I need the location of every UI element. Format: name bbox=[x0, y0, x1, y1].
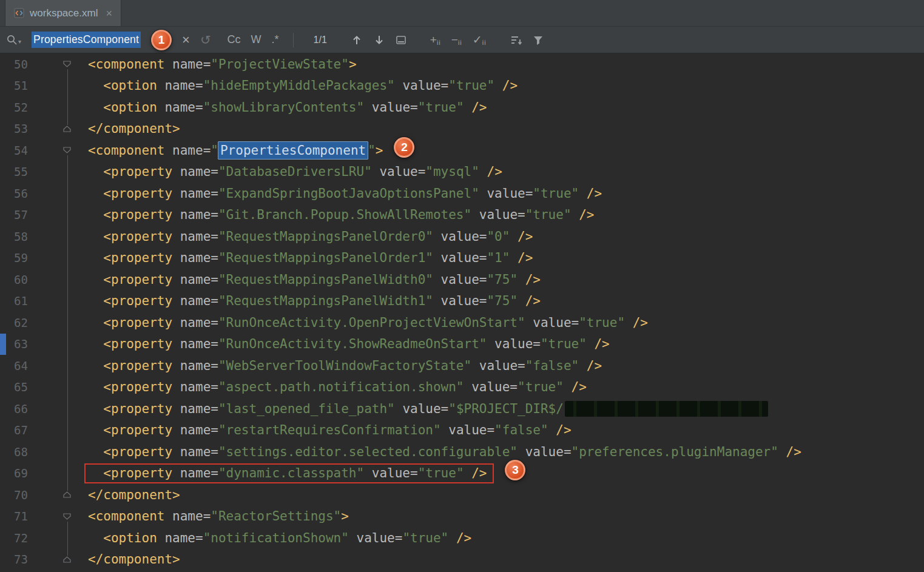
code-token: value= bbox=[433, 251, 487, 265]
code-line[interactable]: 73</component> bbox=[0, 549, 924, 571]
code-token: /> bbox=[479, 164, 502, 179]
code-token: "ExpandSpringBootJavaOptionsPanel" bbox=[218, 186, 479, 201]
code-token: <property bbox=[88, 380, 172, 394]
code-line[interactable]: 68 <property name="settings.editor.selec… bbox=[0, 441, 924, 463]
code-line[interactable]: 69 <property name="dynamic.classpath" va… bbox=[0, 463, 924, 485]
code-line[interactable]: 52 <option name="showLibraryContents" va… bbox=[0, 96, 924, 118]
code-token: /> bbox=[494, 78, 518, 93]
code-line[interactable]: 65 <property name="aspect.path.notificat… bbox=[0, 377, 924, 399]
previous-match-icon[interactable] bbox=[351, 34, 363, 46]
code-line[interactable]: 63 <property name="RunOnceActivity.ShowR… bbox=[0, 334, 924, 355]
code-text: <property name="RunOnceActivity.ShowRead… bbox=[78, 337, 610, 351]
code-token: "notificationShown" bbox=[203, 531, 349, 545]
code-token: name= bbox=[172, 207, 218, 222]
code-text: <property name="RunOnceActivity.OpenProj… bbox=[78, 315, 648, 330]
code-token: /> bbox=[579, 186, 602, 201]
code-token: /> bbox=[464, 466, 487, 480]
code-line[interactable]: 50<component name="ProjectViewState"> bbox=[0, 53, 924, 75]
gutter: 63 bbox=[0, 334, 78, 355]
redacted-text bbox=[565, 401, 768, 417]
code-token: /> bbox=[778, 445, 801, 459]
line-number: 53 bbox=[0, 122, 28, 135]
gutter: 50 bbox=[0, 53, 78, 75]
code-line[interactable]: 54<component name="PropertiesComponent">… bbox=[0, 140, 924, 161]
code-text: <property name="settings.editor.selected… bbox=[78, 445, 801, 459]
code-line[interactable]: 51 <option name="hideEmptyMiddlePackages… bbox=[0, 75, 924, 97]
search-history-icon[interactable]: ↺ bbox=[200, 33, 211, 46]
fold-end-marker-icon[interactable] bbox=[28, 491, 78, 498]
xml-file-icon bbox=[14, 8, 24, 18]
code-token: "Git.Branch.Popup.ShowAllRemotes" bbox=[218, 207, 471, 222]
code-token: value= bbox=[479, 186, 533, 201]
line-number: 67 bbox=[0, 423, 28, 437]
line-number: 52 bbox=[0, 101, 28, 114]
fold-end-marker-icon[interactable] bbox=[28, 126, 78, 132]
search-icon[interactable]: ▾ bbox=[6, 34, 21, 45]
clear-search-icon[interactable]: × bbox=[182, 33, 190, 47]
line-number: 72 bbox=[0, 531, 28, 545]
tab-workspace-xml[interactable]: workspace.xml × bbox=[5, 0, 121, 26]
search-match-highlight: PropertiesComponent bbox=[218, 141, 368, 160]
code-token: "0" bbox=[487, 229, 510, 244]
code-line[interactable]: 55 <property name="DatabaseDriversLRU" v… bbox=[0, 161, 924, 183]
code-token: value= bbox=[464, 380, 518, 394]
gutter: 53 bbox=[0, 118, 78, 140]
words-toggle[interactable]: W bbox=[251, 33, 261, 46]
code-token: "restartRequiresConfirmation" bbox=[218, 423, 441, 437]
code-token: name= bbox=[164, 509, 211, 523]
next-match-icon[interactable] bbox=[373, 34, 385, 46]
add-occurrence-icon[interactable]: +ii bbox=[430, 34, 441, 45]
code-token: "true" bbox=[402, 531, 448, 545]
code-line[interactable]: 56 <property name="ExpandSpringBootJavaO… bbox=[0, 183, 924, 204]
code-line[interactable]: 57 <property name="Git.Branch.Popup.Show… bbox=[0, 204, 924, 226]
code-line[interactable]: 67 <property name="restartRequiresConfir… bbox=[0, 420, 924, 442]
code-line[interactable]: 53</component> bbox=[0, 118, 924, 140]
code-token: "RequestMappingsPanelWidth1" bbox=[218, 294, 433, 308]
code-token: value= bbox=[471, 207, 525, 222]
regex-toggle[interactable]: .* bbox=[272, 33, 279, 46]
code-token: value= bbox=[433, 229, 487, 244]
select-all-occurrences-icon[interactable]: ✓ii bbox=[473, 34, 487, 45]
code-token: name= bbox=[172, 164, 218, 179]
fold-end-marker-icon[interactable] bbox=[28, 556, 78, 563]
remove-occurrence-icon[interactable]: −ii bbox=[451, 34, 462, 45]
filter-icon[interactable] bbox=[533, 35, 544, 45]
gutter: 71 bbox=[0, 506, 78, 528]
search-input[interactable]: PropertiesComponent bbox=[32, 32, 141, 48]
code-token: value= bbox=[441, 423, 495, 437]
code-token: /> bbox=[510, 229, 533, 244]
code-token: "true" bbox=[418, 466, 464, 480]
code-line[interactable]: 58 <property name="RequestMappingsPanelO… bbox=[0, 226, 924, 247]
code-token: value= bbox=[518, 445, 572, 459]
code-line[interactable]: 60 <property name="RequestMappingsPanelW… bbox=[0, 269, 924, 291]
code-token: "RequestMappingsPanelWidth0" bbox=[218, 272, 433, 287]
code-line[interactable]: 64 <property name="WebServerToolWindowFa… bbox=[0, 355, 924, 377]
fold-start-marker-icon[interactable] bbox=[28, 513, 78, 520]
code-token: /> bbox=[572, 207, 595, 222]
code-line[interactable]: 72 <option name="notificationShown" valu… bbox=[0, 527, 924, 549]
code-token: <option bbox=[88, 100, 157, 115]
gutter: 66 bbox=[0, 398, 78, 420]
code-line[interactable]: 59 <property name="RequestMappingsPanelO… bbox=[0, 247, 924, 269]
code-editor[interactable]: 50<component name="ProjectViewState">51 … bbox=[0, 53, 924, 572]
code-line[interactable]: 70</component> bbox=[0, 484, 924, 506]
code-token: /> bbox=[510, 251, 533, 265]
gutter: 62 bbox=[0, 312, 78, 334]
code-token: <component bbox=[88, 143, 164, 158]
code-line[interactable]: 61 <property name="RequestMappingsPanelW… bbox=[0, 291, 924, 312]
filter-lines-icon[interactable] bbox=[510, 35, 522, 45]
line-number: 50 bbox=[0, 58, 28, 71]
code-line[interactable]: 71<component name="ReactorSettings"> bbox=[0, 506, 924, 528]
code-token: name= bbox=[157, 100, 203, 115]
fold-start-marker-icon[interactable] bbox=[28, 61, 78, 67]
match-case-toggle[interactable]: Cc bbox=[228, 33, 241, 46]
code-token: name= bbox=[172, 315, 218, 330]
code-line[interactable]: 62 <property name="RunOnceActivity.OpenP… bbox=[0, 312, 924, 334]
code-token: value= bbox=[433, 272, 487, 287]
code-token: "last_opened_file_path" bbox=[218, 402, 395, 416]
fold-start-marker-icon[interactable] bbox=[28, 147, 78, 153]
tab-close-icon[interactable]: × bbox=[106, 8, 112, 19]
code-line[interactable]: 66 <property name="last_opened_file_path… bbox=[0, 398, 924, 420]
code-token: value= bbox=[349, 531, 403, 545]
search-in-selection-icon[interactable] bbox=[396, 35, 406, 45]
